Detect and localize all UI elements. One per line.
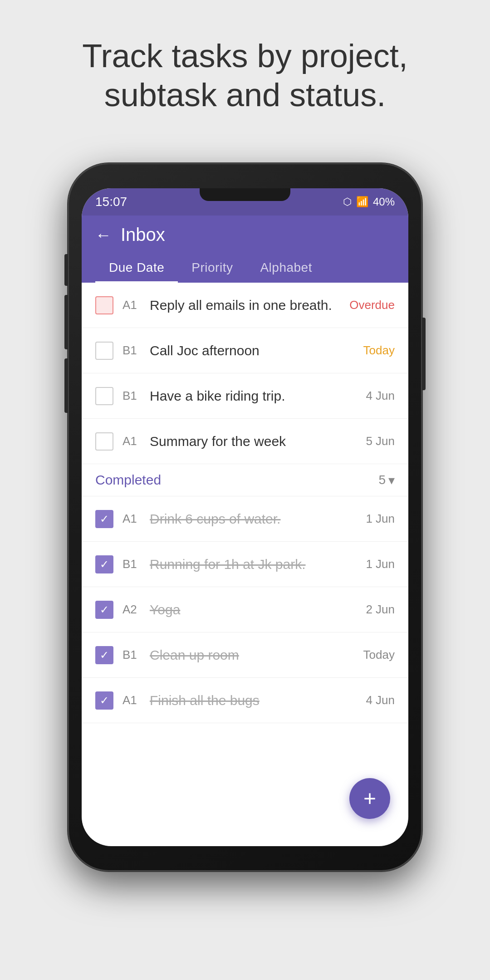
task-checkbox[interactable] xyxy=(95,646,113,664)
task-checkbox[interactable] xyxy=(95,510,113,528)
tab-due-date[interactable]: Due Date xyxy=(95,254,178,283)
task-date: 2 Jun xyxy=(366,603,395,617)
tab-bar: Due Date Priority Alphabet xyxy=(95,254,395,283)
back-button[interactable]: ← xyxy=(95,225,112,245)
task-text: Running for 1h at Jk park. xyxy=(150,557,357,572)
page-container: Track tasks by project, subtask and stat… xyxy=(0,0,490,133)
task-date: 5 Jun xyxy=(366,434,395,448)
vibrate-icon: ⬡ xyxy=(343,196,352,208)
task-priority: A1 xyxy=(122,434,141,448)
signal-icon: 📶 xyxy=(356,196,368,208)
task-text: Finish all the bugs xyxy=(150,693,357,708)
completed-section-header[interactable]: Completed 5 ▾ xyxy=(82,464,408,496)
tab-priority[interactable]: Priority xyxy=(178,254,246,283)
task-date: Overdue xyxy=(349,298,395,312)
task-date: 4 Jun xyxy=(366,693,395,707)
task-priority: B1 xyxy=(122,648,141,662)
task-checkbox[interactable] xyxy=(95,342,113,360)
phone-screen: 15:07 ⬡ 📶 40% ← Inbox Due Dat xyxy=(82,188,408,846)
app-header-top: ← Inbox xyxy=(95,225,395,254)
power-button xyxy=(422,318,426,390)
headline-text: Track tasks by project, subtask and stat… xyxy=(82,38,408,113)
completed-count: 5 ▾ xyxy=(378,473,395,488)
plus-icon: + xyxy=(363,788,376,809)
completed-task-row[interactable]: B1 Running for 1h at Jk park. 1 Jun xyxy=(82,542,408,587)
task-priority: A1 xyxy=(122,693,141,707)
task-checkbox[interactable] xyxy=(95,691,113,710)
phone-shell: 15:07 ⬡ 📶 40% ← Inbox Due Dat xyxy=(68,163,422,871)
task-text: Call Joc afternoon xyxy=(150,343,354,358)
completed-task-row[interactable]: B1 Clean up room Today xyxy=(82,632,408,678)
task-text: Drink 6 cups of water. xyxy=(150,511,357,527)
task-checkbox[interactable] xyxy=(95,296,113,314)
task-priority: B1 xyxy=(122,389,141,403)
task-priority: A1 xyxy=(122,298,141,312)
task-priority: B1 xyxy=(122,343,141,358)
task-text: Reply all emails in one breath. xyxy=(150,298,340,313)
volume-mute-button xyxy=(64,254,68,286)
task-date: Today xyxy=(363,343,395,358)
chevron-down-icon: ▾ xyxy=(388,473,395,488)
task-date: Today xyxy=(363,648,395,662)
tab-alphabet[interactable]: Alphabet xyxy=(246,254,326,283)
task-list: A1 Reply all emails in one breath. Overd… xyxy=(82,283,408,723)
task-text: Clean up room xyxy=(150,647,354,663)
volume-down-button xyxy=(64,358,68,413)
task-date: 1 Jun xyxy=(366,512,395,526)
task-text: Yoga xyxy=(150,602,357,617)
status-time: 15:07 xyxy=(95,195,127,209)
app-header: ← Inbox Due Date Priority Alphabet xyxy=(82,216,408,283)
phone-notch xyxy=(200,188,290,201)
task-row[interactable]: A1 Summary for the week 5 Jun xyxy=(82,419,408,464)
completed-task-row[interactable]: A1 Drink 6 cups of water. 1 Jun xyxy=(82,496,408,542)
app-title: Inbox xyxy=(121,225,165,245)
task-priority: A2 xyxy=(122,603,141,617)
task-text: Have a bike riding trip. xyxy=(150,388,357,404)
task-row[interactable]: A1 Reply all emails in one breath. Overd… xyxy=(82,283,408,328)
completed-task-row[interactable]: A2 Yoga 2 Jun xyxy=(82,587,408,632)
task-priority: A1 xyxy=(122,512,141,526)
task-row[interactable]: B1 Have a bike riding trip. 4 Jun xyxy=(82,373,408,419)
task-checkbox[interactable] xyxy=(95,387,113,405)
task-row[interactable]: B1 Call Joc afternoon Today xyxy=(82,328,408,373)
volume-up-button xyxy=(64,295,68,349)
task-text: Summary for the week xyxy=(150,434,357,449)
task-priority: B1 xyxy=(122,557,141,571)
add-task-fab[interactable]: + xyxy=(349,778,390,819)
completed-task-row[interactable]: A1 Finish all the bugs 4 Jun xyxy=(82,678,408,723)
status-icons: ⬡ 📶 40% xyxy=(343,196,395,208)
page-headline: Track tasks by project, subtask and stat… xyxy=(0,0,490,133)
phone-mockup: 15:07 ⬡ 📶 40% ← Inbox Due Dat xyxy=(68,163,422,871)
task-checkbox[interactable] xyxy=(95,555,113,573)
completed-label: Completed xyxy=(95,472,161,488)
task-checkbox[interactable] xyxy=(95,601,113,619)
task-checkbox[interactable] xyxy=(95,432,113,451)
battery-indicator: 40% xyxy=(373,196,395,208)
task-date: 4 Jun xyxy=(366,389,395,403)
task-date: 1 Jun xyxy=(366,557,395,571)
